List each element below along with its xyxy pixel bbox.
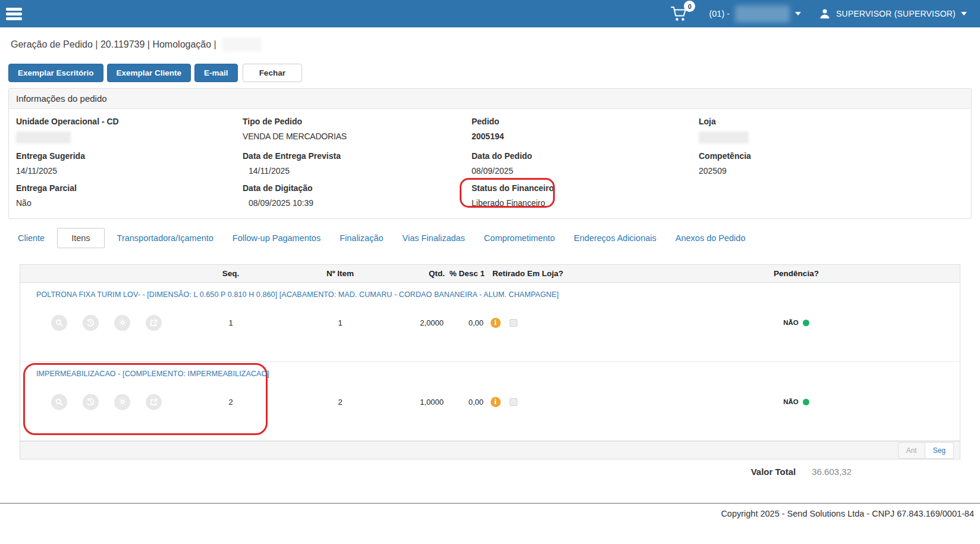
field-pedido: Pedido 2005194: [472, 117, 699, 143]
header-seq: Seq.: [175, 269, 287, 278]
header-pendencia: Pendência?: [633, 269, 960, 278]
field-empty: [699, 183, 964, 208]
breadcrumb: Geração de Pedido | 20.119739 | Homologa…: [0, 27, 980, 60]
order-info-title: Informações do pedido: [9, 89, 971, 109]
order-info-body: Unidade Operacional - CD Tipo de Pedido …: [9, 109, 971, 218]
exemplar-cliente-button[interactable]: Exemplar Cliente: [107, 64, 191, 82]
redacted-value: [16, 132, 71, 143]
field-label: Entrega Sugerida: [16, 151, 243, 161]
field-unidade-operacional: Unidade Operacional - CD: [16, 117, 243, 143]
tab-finalizacao[interactable]: Finalização: [330, 229, 392, 248]
pendencia-value: NÃO: [783, 398, 799, 405]
field-value: 14/11/2025: [243, 166, 472, 176]
retirado-checkbox[interactable]: [510, 319, 517, 327]
chevron-down-icon: [961, 12, 967, 15]
tab-cliente[interactable]: Cliente: [8, 229, 54, 248]
header-qtd: Qtd.: [394, 269, 448, 278]
field-data-digitacao: Data de Digitação 08/09/2025 10:39: [243, 183, 472, 208]
retirado-checkbox[interactable]: [510, 398, 517, 406]
info-icon[interactable]: i: [491, 397, 501, 407]
store-selector[interactable]: (01) -: [709, 5, 801, 23]
gear-icon[interactable]: [114, 315, 130, 331]
qtd-value: 2,0000: [394, 318, 448, 327]
field-label: Loja: [699, 117, 964, 126]
field-value: Não: [16, 198, 243, 208]
page: 0 (01) - SUPERVISOR (SUPERVISOR) Geração…: [0, 0, 980, 544]
tab-bar: Cliente Itens Transportadora/Içamento Fo…: [8, 228, 972, 248]
field-label: Status do Financeiro: [472, 183, 699, 193]
table-pagination: Ant Seg: [20, 441, 960, 459]
chevron-down-icon: [795, 12, 801, 15]
cart-badge: 0: [684, 1, 695, 12]
product-link[interactable]: IMPERMEABILIZACAO - [COMPLEMENTO: IMPERM…: [36, 370, 269, 378]
store-code-label: (01) -: [709, 9, 730, 18]
desc-value: 0,00: [448, 318, 488, 327]
edit-external-icon[interactable]: [146, 315, 162, 331]
email-button[interactable]: E-mail: [194, 64, 238, 82]
header-item: Nº Item: [287, 269, 394, 278]
redacted-breadcrumb-value: [222, 37, 262, 52]
history-icon[interactable]: [83, 394, 99, 410]
table-row-item-1: POLTRONA FIXA TURIM LOV- - [DIMENSÃO: L …: [20, 283, 960, 362]
hamburger-menu-icon[interactable]: [6, 6, 22, 22]
table-row-item-2: IMPERMEABILIZACAO - [COMPLEMENTO: IMPERM…: [20, 362, 960, 441]
tab-enderecos-adicionais[interactable]: Endereços Adicionais: [564, 229, 666, 248]
user-menu[interactable]: SUPERVISOR (SUPERVISOR): [819, 8, 967, 20]
items-table-header: Seq. Nº Item Qtd. % Desc 1 Retirado Em L…: [20, 265, 960, 283]
tab-comprometimento[interactable]: Comprometimento: [475, 229, 564, 248]
tab-followup-pagamentos[interactable]: Follow-up Pagamentos: [223, 229, 330, 248]
copyright-text: Copyright 2025 - Send Solutions Ltda - C…: [721, 509, 974, 518]
top-bar: 0 (01) - SUPERVISOR (SUPERVISOR): [0, 0, 980, 27]
gear-icon[interactable]: [114, 394, 130, 410]
field-entrega-parcial: Entrega Parcial Não: [16, 183, 243, 208]
tab-anexos-pedido[interactable]: Anexos do Pedido: [666, 229, 755, 248]
user-icon: [819, 8, 831, 20]
valor-total-label: Valor Total: [751, 467, 796, 477]
field-value: 08/09/2025: [472, 166, 699, 176]
breadcrumb-text: Geração de Pedido | 20.119739 | Homologa…: [11, 39, 216, 50]
field-loja: Loja: [699, 117, 964, 143]
field-value: 08/09/2025 10:39: [243, 198, 472, 208]
header-retirado: Retirado Em Loja?: [488, 269, 633, 278]
pagination-next-button[interactable]: Seg: [925, 442, 954, 459]
history-icon[interactable]: [83, 315, 99, 331]
field-label: Data do Pedido: [472, 151, 699, 161]
cart-button[interactable]: 0: [670, 5, 689, 23]
item-number-value: 1: [287, 318, 394, 327]
info-icon[interactable]: i: [491, 318, 501, 328]
field-value: 14/11/2025: [16, 166, 243, 176]
redacted-value: [699, 132, 749, 143]
action-toolbar: Exemplar Escritório Exemplar Cliente E-m…: [8, 64, 980, 82]
edit-external-icon[interactable]: [146, 394, 162, 410]
user-name-label: SUPERVISOR (SUPERVISOR): [836, 9, 956, 18]
items-table: Seq. Nº Item Qtd. % Desc 1 Retirado Em L…: [20, 264, 960, 459]
field-value: 202509: [699, 166, 964, 176]
product-link[interactable]: POLTRONA FIXA TURIM LOV- - [DIMENSÃO: L …: [36, 290, 558, 299]
tab-itens[interactable]: Itens: [57, 228, 104, 248]
tab-transportadora[interactable]: Transportadora/Içamento: [108, 229, 223, 248]
tab-vias-finalizadas[interactable]: Vias Finalizadas: [393, 229, 475, 248]
status-dot-green: [803, 399, 809, 405]
totals-row: Valor Total 36.603,32: [0, 467, 980, 477]
field-tipo-pedido: Tipo de Pedido VENDA DE MERCADORIAS: [243, 117, 472, 143]
field-entrega-sugerida: Entrega Sugerida 14/11/2025: [16, 151, 243, 176]
field-value: 2005194: [472, 132, 699, 141]
status-dot-green: [803, 320, 809, 326]
order-info-panel: Informações do pedido Unidade Operaciona…: [8, 88, 972, 219]
page-footer: Copyright 2025 - Send Solutions Ltda - C…: [0, 503, 980, 518]
pendencia-value: NÃO: [783, 319, 799, 326]
fechar-button[interactable]: Fechar: [243, 64, 302, 82]
field-label: Data de Entrega Prevista: [243, 151, 472, 161]
field-label: Tipo de Pedido: [243, 117, 472, 126]
search-icon[interactable]: [51, 394, 67, 410]
field-data-pedido: Data do Pedido 08/09/2025: [472, 151, 699, 176]
desc-value: 0,00: [448, 398, 488, 407]
redacted-store-name: [735, 5, 790, 23]
qtd-value: 1,0000: [394, 398, 448, 407]
exemplar-escritorio-button[interactable]: Exemplar Escritório: [8, 64, 103, 82]
pagination-prev-button[interactable]: Ant: [898, 442, 925, 459]
search-icon[interactable]: [51, 315, 67, 331]
field-status-financeiro: Status do Financeiro Liberado Financeiro: [472, 183, 699, 208]
valor-total-value: 36.603,32: [812, 467, 852, 477]
field-label: Competência: [699, 151, 964, 161]
